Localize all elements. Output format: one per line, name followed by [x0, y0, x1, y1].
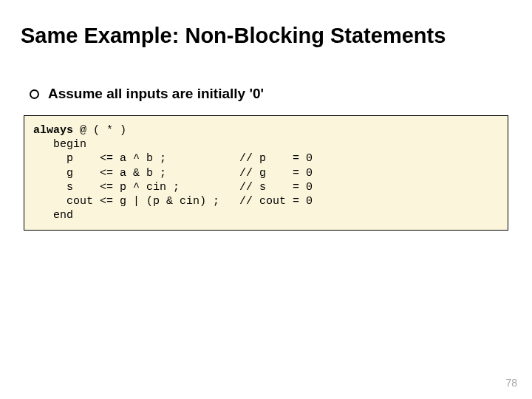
code-keyword-always: always — [33, 124, 73, 137]
slide: Same Example: Non-Blocking Statements As… — [0, 0, 532, 399]
code-line-1b: @ ( * ) — [73, 124, 126, 137]
code-line-7: end — [33, 209, 73, 222]
slide-title: Same Example: Non-Blocking Statements — [21, 24, 446, 48]
code-line-3: p <= a ^ b ; // p = 0 — [33, 152, 313, 165]
code-block: always @ ( * ) begin p <= a ^ b ; // p =… — [24, 115, 508, 231]
code-line-6: cout <= g | (p & cin) ; // cout = 0 — [33, 195, 313, 208]
bullet-text: Assume all inputs are initially '0' — [48, 86, 264, 102]
page-number: 78 — [505, 377, 517, 389]
code-line-5: s <= p ^ cin ; // s = 0 — [33, 181, 313, 194]
bullet-item: Assume all inputs are initially '0' — [30, 86, 264, 102]
bullet-icon — [30, 89, 39, 99]
code-line-2: begin — [33, 138, 86, 151]
code-line-4: g <= a & b ; // g = 0 — [33, 167, 313, 180]
